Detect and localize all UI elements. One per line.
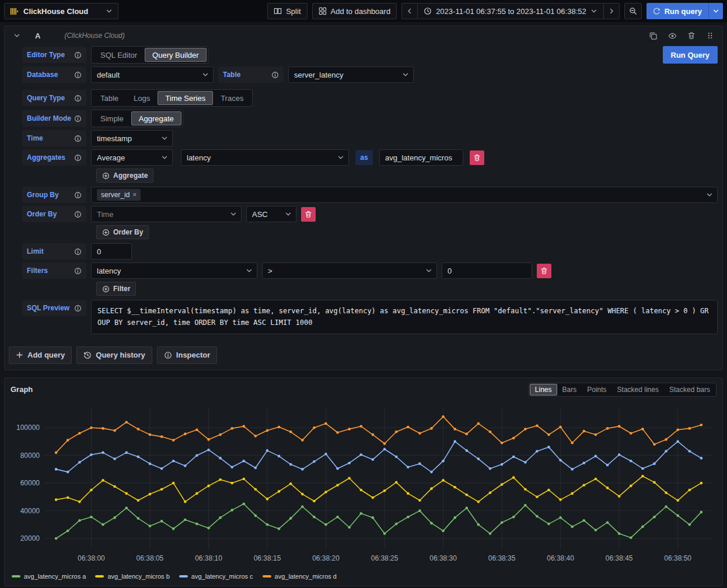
info-icon[interactable] (74, 115, 82, 123)
editor-type-sql-editor[interactable]: SQL Editor (93, 48, 145, 62)
query-builder-form: Editor Type SQL Editor Query Builder Run… (5, 45, 722, 340)
time-range-button[interactable]: 2023-11-01 06:37:55 to 2023-11-01 06:38:… (418, 3, 604, 19)
filter-value-input[interactable] (442, 262, 532, 279)
query-type-table[interactable]: Table (93, 91, 126, 105)
svg-text:06:38:25: 06:38:25 (371, 554, 399, 562)
graph-style-lines[interactable]: Lines (530, 384, 557, 396)
remove-filter-button[interactable] (537, 264, 551, 278)
filter-field-value: latency (97, 267, 121, 275)
add-aggregate-button[interactable]: Aggregate (96, 169, 153, 183)
circle-plus-icon (102, 229, 110, 236)
info-icon[interactable] (74, 71, 82, 79)
legend-label: avg_latency_micros a (24, 573, 86, 580)
legend-swatch (263, 575, 271, 578)
chevron-down-icon (285, 211, 292, 218)
svg-text:60000: 60000 (20, 479, 40, 487)
group-by-tag[interactable]: server_id × (97, 189, 141, 201)
info-icon[interactable] (74, 135, 82, 142)
clock-icon (424, 7, 432, 15)
split-button[interactable]: Split (267, 3, 307, 19)
remove-aggregate-button[interactable] (470, 150, 484, 165)
builder-mode-simple[interactable]: Simple (93, 111, 131, 125)
field-label-group-by: Group By (22, 187, 86, 203)
limit-input[interactable] (91, 243, 132, 260)
info-icon[interactable] (74, 248, 82, 256)
inspector-button[interactable]: Inspector (157, 346, 218, 364)
add-order-by-button[interactable]: Order By (96, 225, 149, 239)
datasource-picker[interactable]: ClickHouse Cloud (4, 3, 118, 19)
add-filter-button[interactable]: Filter (96, 282, 136, 296)
remove-order-by-button[interactable] (301, 207, 316, 222)
graph-style-stacked-lines[interactable]: Stacked lines (612, 384, 664, 396)
info-icon[interactable] (74, 211, 82, 218)
info-circle-icon (164, 351, 172, 359)
chevron-down-icon (337, 154, 344, 161)
graph-style-stacked-bars[interactable]: Stacked bars (664, 384, 715, 396)
remove-query-icon[interactable] (687, 32, 695, 40)
filters-label: Filters (27, 267, 48, 275)
add-query-button[interactable]: Add query (9, 346, 72, 364)
graph-style-points[interactable]: Points (582, 384, 611, 396)
field-label-database: Database (22, 66, 86, 83)
order-by-direction-select[interactable]: ASC (246, 206, 296, 222)
order-by-direction-value: ASC (252, 210, 268, 219)
graph-style-bars[interactable]: Bars (557, 384, 582, 396)
aggregate-function-select[interactable]: Average (91, 149, 173, 166)
info-icon[interactable] (74, 94, 82, 102)
duplicate-query-icon[interactable] (649, 32, 658, 40)
inspector-label: Inspector (176, 351, 211, 359)
builder-mode-aggregate[interactable]: Aggregate (131, 111, 181, 125)
run-query-button[interactable]: Run query (646, 3, 708, 19)
time-shift-back-button[interactable] (401, 3, 418, 19)
legend-item[interactable]: avg_latency_micros c (179, 573, 253, 580)
info-icon[interactable] (74, 191, 82, 199)
database-value: default (97, 71, 120, 79)
query-type-toggle: Table Logs Time Series Traces (91, 89, 253, 107)
run-query-interval-button[interactable] (708, 3, 723, 19)
table-select[interactable]: server_latency (288, 66, 414, 83)
query-history-button[interactable]: Query history (76, 346, 152, 364)
table-value: server_latency (294, 71, 344, 79)
drag-handle-icon[interactable] (706, 32, 714, 40)
run-query-panel-button[interactable]: Run Query (663, 46, 718, 64)
chevron-down-icon (161, 154, 168, 161)
info-icon[interactable] (74, 304, 82, 312)
field-label-sql-preview: SQL Preview (22, 300, 86, 316)
collapse-query-icon[interactable] (13, 32, 20, 39)
zoom-out-button[interactable] (624, 3, 642, 19)
group-by-multiselect[interactable]: server_id × (91, 187, 718, 203)
info-icon[interactable] (74, 51, 82, 59)
filter-operator-value: > (268, 267, 272, 275)
query-type-logs[interactable]: Logs (126, 91, 158, 105)
info-icon[interactable] (74, 267, 82, 275)
add-to-dashboard-button[interactable]: Add to dashboard (312, 3, 397, 19)
database-select[interactable]: default (91, 66, 214, 83)
order-by-field-select[interactable]: Time (91, 206, 242, 222)
svg-text:06:38:05: 06:38:05 (137, 554, 164, 562)
refresh-icon (653, 8, 660, 15)
svg-text:06:38:30: 06:38:30 (429, 554, 457, 562)
info-icon[interactable] (271, 71, 279, 79)
time-column-select[interactable]: timestamp (91, 130, 173, 146)
time-shift-forward-button[interactable] (604, 3, 620, 19)
hide-response-icon[interactable] (668, 32, 677, 40)
aggregate-column-select[interactable]: latency (181, 149, 349, 166)
trash-icon (305, 211, 312, 218)
info-icon[interactable] (74, 154, 82, 162)
filter-field-select[interactable]: latency (91, 262, 257, 279)
query-ref-id[interactable]: A (35, 32, 40, 40)
legend-item[interactable]: avg_latency_micros a (12, 573, 86, 580)
filter-operator-select[interactable]: > (262, 262, 437, 279)
remove-tag-icon[interactable]: × (132, 191, 137, 199)
aggregate-function-value: Average (97, 153, 125, 162)
query-type-traces[interactable]: Traces (213, 91, 251, 105)
add-to-dashboard-label: Add to dashboard (331, 7, 391, 16)
chevron-down-icon (106, 8, 113, 15)
query-type-time-series[interactable]: Time Series (158, 91, 213, 105)
editor-type-query-builder[interactable]: Query Builder (145, 48, 206, 62)
legend-item[interactable]: avg_latency_micros d (263, 573, 337, 580)
aggregate-alias-input[interactable] (379, 149, 463, 166)
field-label-query-type: Query Type (22, 90, 86, 106)
limit-label: Limit (27, 247, 44, 256)
legend-item[interactable]: avg_latency_micros b (95, 573, 169, 580)
